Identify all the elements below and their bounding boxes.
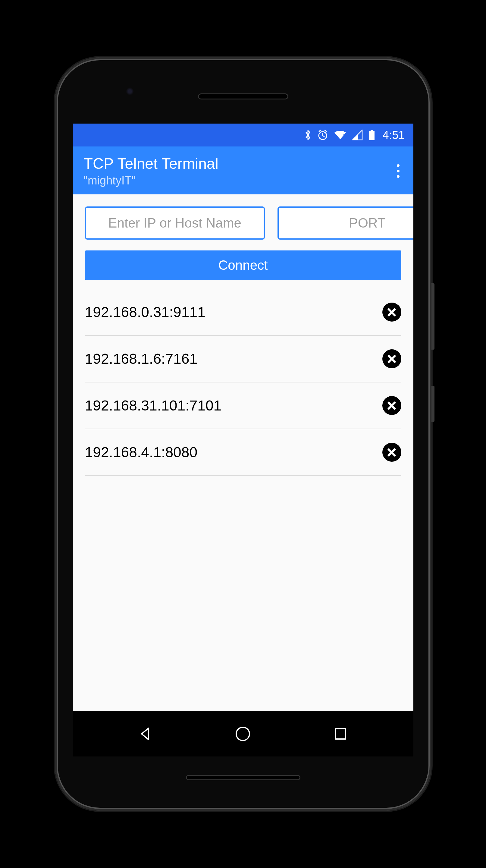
volume-button (431, 283, 434, 350)
app-bar: TCP Telnet Terminal "mightyIT" (73, 147, 413, 194)
delete-icon[interactable] (382, 443, 401, 462)
svg-text:!: ! (343, 133, 345, 140)
port-input[interactable] (278, 207, 413, 240)
phone-bottom-bezel (66, 756, 421, 799)
svg-rect-3 (370, 130, 373, 131)
history-item[interactable]: 192.168.4.1:8080 (85, 429, 401, 476)
content-area: Connect 192.168.0.31:9111 192.168.1.6:71… (73, 194, 413, 711)
svg-rect-2 (369, 131, 375, 140)
svg-point-4 (236, 727, 250, 741)
home-button[interactable] (234, 725, 252, 743)
history-item[interactable]: 192.168.31.101:7101 (85, 382, 401, 429)
app-subtitle: "mightyIT" (84, 174, 219, 187)
alarm-icon (317, 129, 328, 141)
status-bar: ! 4:51 (73, 124, 413, 147)
bluetooth-icon (304, 129, 312, 141)
svg-rect-5 (335, 729, 346, 739)
history-item[interactable]: 192.168.0.31:9111 (85, 289, 401, 336)
app-bar-titles: TCP Telnet Terminal "mightyIT" (84, 155, 219, 187)
history-address: 192.168.0.31:9111 (85, 304, 205, 320)
power-button (431, 386, 434, 422)
front-camera (126, 87, 134, 95)
status-time: 4:51 (383, 129, 405, 142)
phone-top-bezel (66, 69, 421, 124)
delete-icon[interactable] (382, 303, 401, 321)
history-list: 192.168.0.31:9111 192.168.1.6:7161 192.1… (85, 289, 401, 476)
history-address: 192.168.1.6:7161 (85, 350, 198, 367)
navigation-bar (73, 711, 413, 756)
history-address: 192.168.4.1:8080 (85, 444, 198, 461)
overflow-menu-button[interactable] (394, 161, 402, 181)
screen: ! 4:51 TCP Telnet Terminal "mightyIT" (73, 124, 413, 756)
history-address: 192.168.31.101:7101 (85, 397, 222, 414)
delete-icon[interactable] (382, 349, 401, 368)
input-row (85, 207, 401, 240)
bottom-speaker (186, 775, 300, 780)
host-input[interactable] (85, 207, 265, 240)
cellular-icon (352, 130, 363, 141)
earpiece-speaker (198, 93, 288, 99)
phone-frame: ! 4:51 TCP Telnet Terminal "mightyIT" (55, 57, 431, 811)
recent-apps-button[interactable] (331, 725, 350, 743)
history-item[interactable]: 192.168.1.6:7161 (85, 336, 401, 382)
connect-button[interactable]: Connect (85, 250, 401, 280)
wifi-icon: ! (334, 130, 347, 141)
battery-icon (368, 129, 376, 141)
delete-icon[interactable] (382, 396, 401, 415)
back-button[interactable] (136, 725, 155, 743)
app-title: TCP Telnet Terminal (84, 155, 219, 173)
